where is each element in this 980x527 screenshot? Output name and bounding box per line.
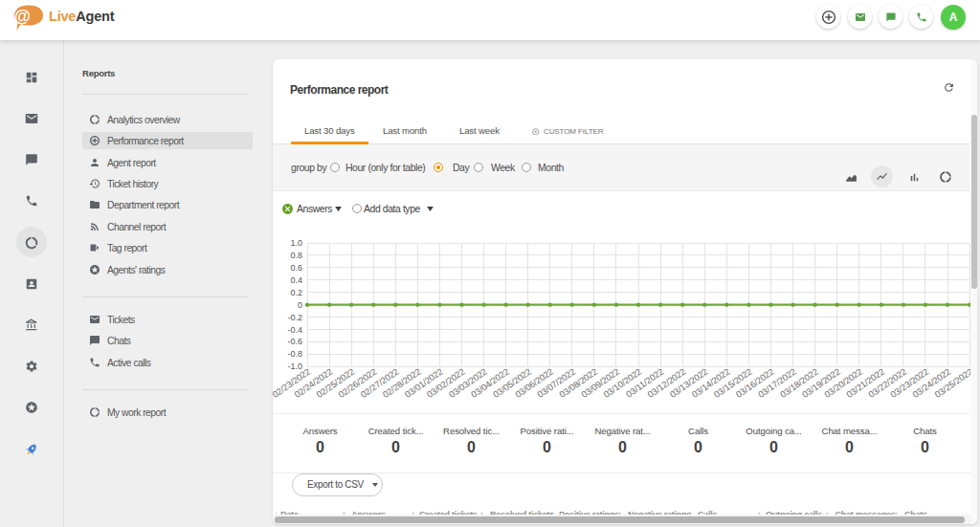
svg-text:-0.2: -0.2 [287,313,302,322]
svg-text:-0.6: -0.6 [287,337,302,346]
svg-text:0.8: 0.8 [290,251,302,260]
svg-text:0.6: 0.6 [290,263,302,273]
svg-text:-0.4: -0.4 [287,325,302,335]
svg-text:0.4: 0.4 [290,275,302,285]
svg-text:0.2: 0.2 [290,288,302,297]
svg-text:@: @ [14,7,31,26]
svg-text:0: 0 [298,300,302,310]
svg-text:1.0: 1.0 [290,238,302,248]
svg-text:-0.8: -0.8 [287,349,302,359]
